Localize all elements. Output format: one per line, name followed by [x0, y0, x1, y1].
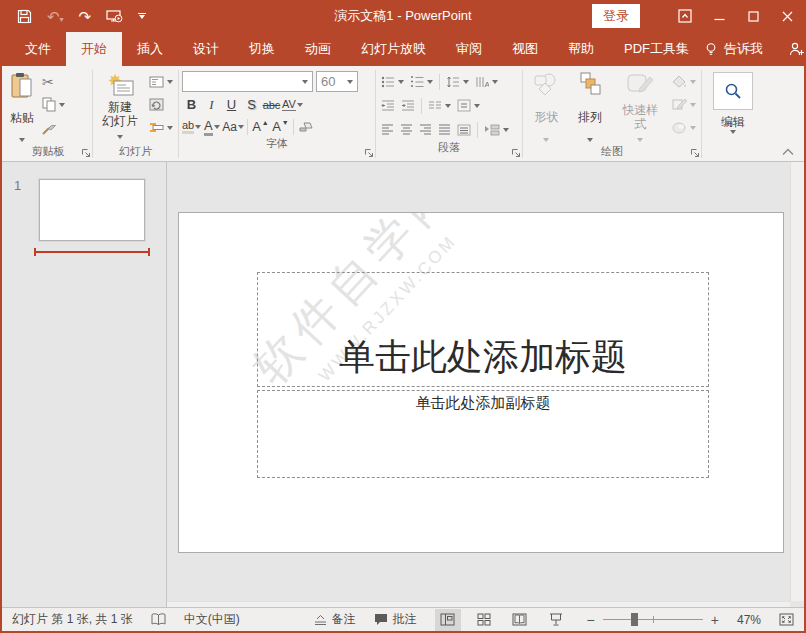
tab-view[interactable]: 视图: [497, 32, 553, 66]
edit-button[interactable]: 编辑: [718, 113, 748, 136]
tab-help[interactable]: 帮助: [553, 32, 609, 66]
distribute-button[interactable]: [455, 119, 473, 140]
ribbon-display-options-icon[interactable]: [668, 0, 702, 32]
slide-counter[interactable]: 幻灯片 第 1 张, 共 1 张: [12, 611, 133, 628]
columns-button[interactable]: [426, 95, 453, 116]
notes-button[interactable]: 备注: [314, 611, 356, 628]
title-placeholder-text: 单击此处添加标题: [339, 333, 627, 382]
copy-button[interactable]: [40, 94, 67, 115]
clipboard-dialog-launcher-icon[interactable]: [81, 148, 91, 158]
align-text-button[interactable]: [455, 95, 482, 116]
paste-button[interactable]: 粘贴: [7, 68, 37, 144]
zoom-out-button[interactable]: −: [587, 612, 595, 628]
drawing-dialog-launcher-icon[interactable]: [690, 148, 700, 158]
increase-indent-icon: [401, 100, 415, 112]
shapes-icon: [533, 72, 559, 96]
zoom-in-button[interactable]: +: [711, 612, 719, 628]
font-dialog-launcher-icon[interactable]: [364, 148, 374, 158]
red-annotation-line: [34, 251, 150, 253]
reading-view-button[interactable]: [507, 609, 533, 631]
arrange-button[interactable]: 排列: [570, 68, 611, 144]
tab-animations[interactable]: 动画: [290, 32, 346, 66]
shape-effects-button[interactable]: [670, 117, 698, 138]
zoom-slider-thumb[interactable]: [631, 613, 638, 626]
tab-review[interactable]: 审阅: [441, 32, 497, 66]
numbering-button[interactable]: [408, 71, 435, 92]
strikethrough-button[interactable]: abc: [262, 95, 281, 114]
character-spacing-button[interactable]: AV: [282, 95, 303, 114]
tab-design[interactable]: 设计: [178, 32, 234, 66]
align-left-button[interactable]: [379, 119, 396, 140]
bullets-button[interactable]: [379, 71, 406, 92]
start-slideshow-icon[interactable]: [106, 9, 123, 24]
tab-insert[interactable]: 插入: [122, 32, 178, 66]
shapes-button[interactable]: 形状: [526, 68, 567, 144]
format-painter-button[interactable]: [40, 117, 67, 138]
layout-button[interactable]: [147, 71, 175, 92]
save-icon[interactable]: [17, 9, 32, 24]
align-right-button[interactable]: [417, 119, 434, 140]
tab-pdf-tools[interactable]: PDF工具集: [609, 32, 704, 66]
line-spacing-button[interactable]: [444, 71, 471, 92]
shape-outline-button[interactable]: [670, 94, 698, 115]
tab-home[interactable]: 开始: [66, 32, 122, 66]
reset-button[interactable]: [147, 94, 175, 115]
slide-canvas[interactable]: 软件自学网 WWW.RJZXW.COM 单击此处添加标题 单击此处添加副标题: [178, 212, 784, 553]
spell-check-icon[interactable]: [151, 613, 166, 626]
title-placeholder[interactable]: 单击此处添加标题: [257, 272, 709, 387]
clear-formatting-button[interactable]: [297, 117, 316, 136]
font-name-combo[interactable]: [182, 71, 313, 92]
bold-button[interactable]: B: [182, 95, 201, 114]
font-size-combo[interactable]: 60: [316, 71, 358, 92]
slide-thumbnail-number: 1: [14, 178, 21, 193]
quick-styles-button[interactable]: 快速样式: [613, 68, 667, 144]
convert-to-smartart-button[interactable]: [482, 119, 511, 140]
find-icon[interactable]: [713, 72, 753, 110]
new-slide-button[interactable]: 新建 幻灯片: [96, 68, 144, 144]
powerpoint-window: ↶▾ ↷ 演示文稿1 - PowerPoint 登录 文件: [0, 0, 806, 633]
tell-me-button[interactable]: 告诉我: [704, 40, 763, 58]
paragraph-dialog-launcher-icon[interactable]: [511, 148, 521, 158]
redo-icon[interactable]: ↷: [79, 9, 92, 24]
text-direction-button[interactable]: A: [473, 71, 500, 92]
language-indicator[interactable]: 中文(中国): [184, 611, 240, 628]
zoom-level[interactable]: 47%: [737, 613, 761, 627]
shape-fill-button[interactable]: [670, 71, 698, 92]
cut-button[interactable]: ✂: [40, 71, 67, 92]
italic-button[interactable]: I: [202, 95, 221, 114]
slide-thumbnail[interactable]: [39, 179, 145, 241]
share-button[interactable]: 共享: [789, 40, 806, 58]
grow-font-button[interactable]: A▲: [251, 117, 270, 136]
decrease-indent-button[interactable]: [379, 95, 397, 116]
tab-file[interactable]: 文件: [10, 32, 66, 66]
section-button[interactable]: [147, 117, 175, 138]
close-button[interactable]: [770, 0, 804, 32]
minimize-button[interactable]: [702, 0, 736, 32]
slideshow-view-button[interactable]: [543, 609, 569, 631]
eraser-icon: [299, 121, 313, 133]
tab-transitions[interactable]: 切换: [234, 32, 290, 66]
shrink-font-button[interactable]: A▼: [271, 117, 290, 136]
horizontal-scrollbar[interactable]: [167, 601, 790, 607]
vertical-scrollbar[interactable]: [790, 162, 804, 601]
subtitle-placeholder[interactable]: 单击此处添加副标题: [257, 390, 709, 478]
fit-to-window-icon[interactable]: [779, 613, 794, 626]
increase-indent-button[interactable]: [399, 95, 417, 116]
text-shadow-button[interactable]: S: [242, 95, 261, 114]
customize-qat-icon[interactable]: [138, 13, 146, 19]
change-case-button[interactable]: Aa: [222, 117, 244, 136]
text-highlight-button[interactable]: ab: [182, 117, 201, 136]
tab-slideshow[interactable]: 幻灯片放映: [346, 32, 441, 66]
slide-sorter-view-button[interactable]: [471, 609, 497, 631]
align-center-button[interactable]: [398, 119, 415, 140]
justify-button[interactable]: [436, 119, 453, 140]
maximize-button[interactable]: [736, 0, 770, 32]
comments-button[interactable]: 批注: [374, 611, 417, 628]
lightbulb-icon: [704, 42, 718, 57]
normal-view-button[interactable]: [435, 609, 461, 631]
sign-in-button[interactable]: 登录: [592, 4, 640, 28]
underline-button[interactable]: U: [222, 95, 241, 114]
font-color-button[interactable]: A: [202, 117, 221, 136]
zoom-slider[interactable]: [603, 619, 703, 620]
collapse-ribbon-icon[interactable]: [782, 148, 794, 156]
